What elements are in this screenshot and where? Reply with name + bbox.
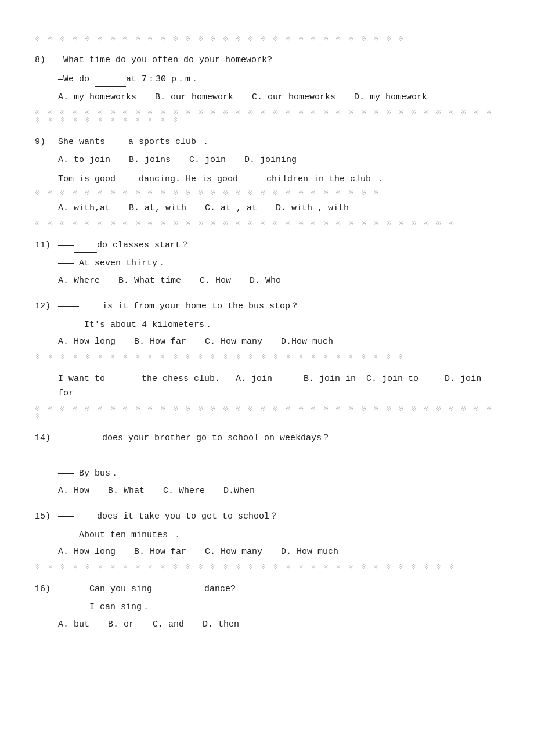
q9-num: 9) [35, 135, 58, 150]
q16-options: A. but B. or C. and D. then [58, 617, 499, 632]
q11-num: 11) [35, 238, 58, 253]
q12-optD: D.How much [281, 334, 333, 350]
q8-optB: B. our homework [155, 90, 233, 105]
q9-options: A. to join B. joins C. join D. joining [58, 153, 499, 168]
q12-blank [79, 298, 102, 314]
q12-num: 12) [35, 299, 58, 314]
q9-suboptB: B. at, with [129, 201, 186, 216]
q12-divider: ※ ※ ※ ※ ※ ※ ※ ※ ※ ※ ※ ※ ※ ※ ※ ※ ※ ※ ※ ※ … [35, 353, 499, 361]
question-8: 8) —What time do you often do your homew… [35, 53, 499, 124]
q8-blank [95, 71, 126, 87]
q-chess-line: I want to the chess club. A. join B. joi… [58, 371, 499, 401]
question-15: 15) ——— does it take you to get to schoo… [35, 509, 499, 571]
q15-blank [74, 509, 97, 524]
q12-answer: ———— It's about 4 kilometers． [58, 318, 499, 333]
q8-line2: —We do at 7：30 p．m． [58, 71, 499, 87]
q14-spacer [35, 449, 499, 466]
q11-answer: ——— At seven thirty． [58, 256, 499, 271]
question-16: 16) ————— Can you sing dance? ————— I ca… [35, 581, 499, 632]
q15-num: 15) [35, 509, 58, 524]
q15-answer: ——— About ten minutes ． [58, 528, 499, 543]
question-12: 12) ———— is it from your home to the bus… [35, 298, 499, 361]
q-chess-divider: ※ ※ ※ ※ ※ ※ ※ ※ ※ ※ ※ ※ ※ ※ ※ ※ ※ ※ ※ ※ … [35, 405, 499, 420]
top-dots: ※ ※ ※ ※ ※ ※ ※ ※ ※ ※ ※ ※ ※ ※ ※ ※ ※ ※ ※ ※ … [35, 35, 499, 42]
q14-blank [74, 430, 97, 446]
q11-optB: B. What time [118, 273, 181, 289]
q11-blank [74, 237, 97, 253]
q-chess-blank [110, 371, 136, 387]
q11-line1: ——— do classes start？ [58, 237, 499, 253]
question-11: 11) ——— do classes start？ ——— At seven t… [35, 237, 499, 289]
q15-line1: ——— does it take you to get to school？ [58, 509, 499, 524]
q9-blank2 [116, 171, 139, 187]
q12-optC: C. How many [205, 334, 262, 350]
q15-optC: C. How many [205, 545, 262, 560]
q8-optD: D. my homework [354, 90, 427, 105]
q15-optB: B. How far [134, 545, 186, 560]
q14-optA: A. How [58, 484, 89, 499]
q9-sub-options: A. with,at B. at, with C. at , at D. wit… [58, 201, 499, 216]
question-9: 9) She wants a sports club ． A. to join … [35, 134, 499, 227]
q12-line1: ———— is it from your home to the bus sto… [58, 298, 499, 314]
q8-divider: ※ ※ ※ ※ ※ ※ ※ ※ ※ ※ ※ ※ ※ ※ ※ ※ ※ ※ ※ ※ … [35, 109, 499, 124]
q12-optB: B. How far [134, 334, 186, 350]
q12-options: A. How long B. How far C. How many D.How… [58, 334, 499, 350]
q9-optC: C. join [189, 153, 226, 168]
q12-optA: A. How long [58, 334, 116, 350]
q14-answer: ——— By bus． [58, 466, 499, 481]
q16-blank [157, 581, 199, 597]
q16-answer: ————— I can sing． [58, 600, 499, 615]
q14-num: 14) [35, 431, 58, 446]
q11-options: A. Where B. What time C. How D. Who [58, 273, 499, 289]
q9-suboptC: C. at , at [205, 201, 257, 216]
q14-optD: D.When [223, 484, 255, 499]
q15-options: A. How long B. How far C. How many D. Ho… [58, 545, 499, 560]
q14-optC: C. Where [163, 484, 205, 499]
q9-suboptD: D. with , with [276, 201, 349, 216]
q8-line1: —What time do you often do your homework… [58, 53, 499, 68]
q9-optD: D. joining [244, 153, 297, 168]
q14-line1: ——— does your brother go to school on we… [58, 430, 499, 446]
q9-divider2: ※ ※ ※ ※ ※ ※ ※ ※ ※ ※ ※ ※ ※ ※ ※ ※ ※ ※ ※ ※ … [35, 219, 499, 227]
q16-line1: ————— Can you sing dance? [58, 581, 499, 597]
q9-optB: B. joins [129, 153, 171, 168]
q8-optA: A. my homeworks [58, 90, 136, 105]
question-14: 14) ——— does your brother go to school o… [35, 430, 499, 499]
q8-num: 8) [35, 53, 58, 68]
q16-optA: A. but [58, 617, 89, 632]
q11-optC: C. How [200, 273, 231, 289]
q15-optA: A. How long [58, 545, 116, 560]
q15-optD: D. How much [281, 545, 338, 560]
question-chess: I want to the chess club. A. join B. joi… [35, 371, 499, 420]
q11-optA: A. Where [58, 273, 100, 289]
q8-optC: C. our homeworks [252, 90, 335, 105]
q9-optA: A. to join [58, 153, 110, 168]
q9-blank3 [243, 171, 266, 187]
q9-suboptA: A. with,at [58, 201, 110, 216]
q16-optB: B. or [108, 617, 134, 632]
q9-subline1: Tom is good dancing. He is good children… [58, 171, 499, 187]
q15-divider: ※ ※ ※ ※ ※ ※ ※ ※ ※ ※ ※ ※ ※ ※ ※ ※ ※ ※ ※ ※ … [35, 563, 499, 571]
q14-optB: B. What [108, 484, 145, 499]
q9-divider1: ※ ※ ※ ※ ※ ※ ※ ※ ※ ※ ※ ※ ※ ※ ※ ※ ※ ※ ※ ※ … [35, 189, 499, 196]
q8-options: A. my homeworks B. our homework C. our h… [58, 90, 499, 105]
q16-optD: D. then [203, 617, 239, 632]
q14-options: A. How B. What C. Where D.When [58, 484, 499, 499]
q16-optC: C. and [153, 617, 184, 632]
q11-optD: D. Who [250, 273, 281, 289]
q9-line1: She wants a sports club ． [58, 134, 499, 150]
q16-num: 16) [35, 582, 58, 597]
q9-blank1 [105, 134, 128, 150]
